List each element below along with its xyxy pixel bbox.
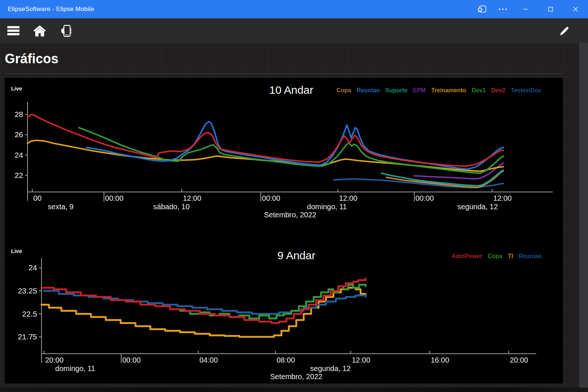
taskbar-sliver — [0, 388, 588, 392]
legend-item: Dev2 — [491, 87, 505, 94]
minimize-button[interactable] — [513, 0, 538, 18]
svg-text:segunda, 12: segunda, 12 — [457, 203, 498, 211]
svg-text:00:00: 00:00 — [415, 194, 434, 202]
maximize-button[interactable] — [538, 0, 563, 18]
chart-legend: AdmPowerCopaTIReuniao — [451, 253, 542, 260]
svg-text:16:00: 16:00 — [431, 356, 449, 364]
svg-text:04:00: 04:00 — [199, 356, 218, 364]
svg-text:24: 24 — [15, 151, 24, 159]
legend-item: Suporte — [385, 87, 407, 94]
legend-item: Reuniao — [519, 253, 542, 260]
window-title: ElipseSoftware - Elipse Mobile — [8, 6, 94, 13]
svg-text:12:00: 12:00 — [493, 194, 512, 202]
svg-text:28: 28 — [15, 110, 23, 118]
svg-text:08:00: 08:00 — [277, 356, 295, 364]
live-badge: Live — [11, 85, 22, 92]
charts-panel: Live 10 Andar CopaReuniaoSuporteEPMTrein… — [5, 78, 563, 384]
chart-10-andar[interactable]: Live 10 Andar CopaReuniaoSuporteEPMTrein… — [5, 78, 563, 240]
legend-item: Reuniao — [357, 87, 380, 94]
legend-item: EPM — [413, 87, 426, 94]
legend-item: Treinamento — [431, 87, 466, 94]
svg-text:00:00: 00:00 — [122, 356, 141, 364]
chart-title: 9 Andar — [277, 249, 315, 262]
legend-item: Dev1 — [472, 87, 486, 94]
content-area: Gráficos Live 10 Andar CopaReuniaoSuport… — [0, 43, 588, 388]
titlebar-controls — [472, 0, 588, 18]
svg-text:Setembro, 2022: Setembro, 2022 — [270, 373, 322, 381]
svg-text:22.5: 22.5 — [22, 310, 37, 318]
find-in-page-icon[interactable] — [472, 0, 493, 18]
svg-text:sexta, 9: sexta, 9 — [48, 203, 73, 211]
chart-title: 10 Andar — [269, 84, 313, 96]
mobile-access-icon[interactable] — [58, 18, 74, 43]
menu-icon[interactable] — [5, 18, 21, 43]
svg-text:segunda, 12: segunda, 12 — [310, 364, 351, 373]
svg-text:12:00: 12:00 — [352, 356, 370, 364]
svg-text:Setembro, 2022: Setembro, 2022 — [264, 211, 316, 219]
svg-text:00:00: 00:00 — [105, 194, 123, 202]
legend-item: Testes\Doc — [511, 87, 542, 94]
svg-text:00: 00 — [33, 194, 42, 202]
svg-text:20:00: 20:00 — [45, 356, 64, 364]
svg-text:12:00: 12:00 — [183, 194, 201, 202]
svg-text:24: 24 — [29, 263, 37, 272]
legend-item: Copa — [488, 253, 502, 260]
legend-item: AdmPower — [451, 253, 482, 260]
app-window: ElipseSoftware - Elipse Mobile — [0, 0, 588, 392]
svg-text:20:00: 20:00 — [510, 356, 528, 364]
divider — [5, 74, 563, 74]
svg-text:12:00: 12:00 — [339, 194, 357, 202]
live-badge: Live — [11, 248, 22, 254]
chart-9-andar[interactable]: Live 9 Andar AdmPowerCopaTIReuniao 2423.… — [5, 240, 563, 384]
more-options-icon[interactable] — [493, 0, 513, 18]
legend-item: Copa — [336, 87, 351, 94]
svg-text:sábado, 10: sábado, 10 — [153, 203, 190, 211]
svg-text:23.25: 23.25 — [18, 286, 37, 295]
edit-pencil-icon[interactable] — [556, 18, 573, 43]
svg-text:domingo, 11: domingo, 11 — [55, 364, 95, 373]
svg-text:22: 22 — [15, 171, 23, 179]
scrollbar[interactable] — [579, 43, 588, 388]
svg-text:domingo, 11: domingo, 11 — [307, 203, 347, 211]
home-icon[interactable] — [32, 18, 48, 43]
chart-canvas[interactable]: 282624220000:0012:0000:0012:0000:0012:00… — [5, 78, 563, 240]
page-title: Gráficos — [5, 51, 58, 67]
svg-text:00:00: 00:00 — [262, 194, 280, 202]
titlebar: ElipseSoftware - Elipse Mobile — [0, 0, 588, 18]
svg-text:21.75: 21.75 — [18, 332, 37, 341]
toolbar — [0, 18, 588, 43]
svg-text:26: 26 — [15, 130, 23, 139]
close-button[interactable] — [563, 0, 588, 18]
legend-item: TI — [508, 253, 513, 260]
chart-legend: CopaReuniaoSuporteEPMTreinamentoDev1Dev2… — [336, 87, 542, 94]
